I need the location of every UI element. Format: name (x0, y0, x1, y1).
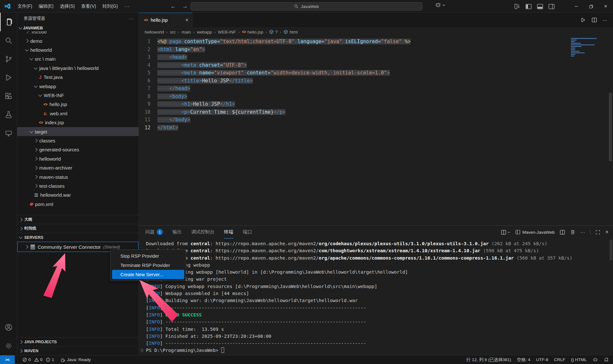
breadcrumb-item-src[interactable]: src (170, 30, 176, 34)
tree-item-classes[interactable]: classes (17, 136, 139, 145)
minimap[interactable] (571, 38, 598, 57)
breadcrumb-item-helloworld[interactable]: helloworld (145, 30, 164, 34)
remote-explorer-icon[interactable] (0, 124, 17, 142)
tree-item-helloworld[interactable]: helloworld (17, 154, 139, 163)
tree-item-hello-jsp[interactable]: <>hello.jsp (17, 100, 139, 109)
tree-item-demo[interactable]: demo (17, 36, 139, 45)
panel-tab-问题[interactable]: 问题1 (145, 226, 163, 239)
split-terminal-dropdown[interactable] (501, 230, 510, 235)
outline-section[interactable]: 大纲 (17, 215, 139, 224)
breadcrumb-item-item[interactable]: ? (269, 30, 278, 34)
restore-button[interactable] (584, 0, 598, 13)
run-button[interactable] (580, 17, 586, 23)
language-mode[interactable]: {} HTML (568, 357, 590, 362)
split-panel-icon[interactable] (560, 230, 565, 235)
breadcrumb-item-html[interactable]: html (284, 30, 298, 34)
code-line[interactable]: 5········<meta·name="viewport"·content="… (139, 69, 613, 77)
menu-item-编辑-e[interactable]: 编辑(E) (35, 2, 57, 11)
tree-item-java-littleyanlin-helloworld[interactable]: java \ littleyanlin \ helloworld (17, 64, 139, 72)
more-actions-icon[interactable]: ⋯ (603, 18, 607, 23)
source-control-icon[interactable] (0, 50, 17, 68)
menu-item-选择-s[interactable]: 选择(S) (57, 2, 78, 11)
menu-item-文件-f[interactable]: 文件(F) (14, 2, 35, 11)
menu-item-转到-g[interactable]: 转到(G) (99, 2, 121, 11)
tree-item-helloworld-war[interactable]: helloworld.war (17, 191, 139, 200)
menu-overflow-button[interactable]: ··· (121, 3, 133, 10)
tree-item-helloworld[interactable]: helloworld (17, 45, 139, 54)
menu-item-查看-v[interactable]: 查看(V) (78, 2, 99, 11)
code-line[interactable]: 9········<h1>Hello·JSP</h1> (139, 100, 613, 108)
problems-status[interactable]: 0 0 1 (19, 357, 57, 362)
code-line[interactable]: 11····</body> (139, 116, 613, 124)
maven-section[interactable]: MAVEN (17, 346, 139, 355)
tree-item-test-java[interactable]: JTest.java (17, 73, 139, 82)
code-line[interactable]: 10········<p>Current·Time:·${currentTime… (139, 108, 613, 116)
context-menu-item-terminate-rsp-provider[interactable]: Terminate RSP Provider (112, 261, 184, 270)
java-status[interactable]: Java: Ready (57, 355, 94, 364)
servers-section[interactable]: SERVERS (17, 233, 139, 242)
tree-item-webapp[interactable]: webapp (17, 82, 139, 91)
tree-item-target[interactable]: target (17, 127, 139, 136)
tree-item-pom-xml[interactable]: pom.xml (17, 200, 139, 209)
minimize-button[interactable] (569, 0, 584, 13)
testing-icon[interactable] (0, 105, 17, 124)
split-editor-icon[interactable] (592, 17, 597, 23)
cursor-position[interactable]: 行 12, 列 8 (已选择381) (464, 357, 514, 363)
back-button[interactable]: ← (170, 3, 176, 10)
tree-item-web-inf[interactable]: WEB-INF (17, 91, 139, 100)
code-line[interactable]: 12</html> (139, 124, 613, 132)
workspace-root-header[interactable]: JAVAWEB (17, 24, 139, 31)
panel-tab-终端[interactable]: 终端 (224, 226, 233, 239)
code-line[interactable]: 4········<meta·charset="UTF-8"> (139, 61, 613, 69)
notifications-bell[interactable] (601, 357, 613, 362)
extensions-icon[interactable] (0, 87, 17, 105)
toggle-secondary-sidebar-icon[interactable] (548, 3, 555, 10)
code-line[interactable]: 2<html·lang="en"> (139, 46, 613, 54)
tab-close-icon[interactable]: × (185, 17, 188, 23)
breadcrumb-item-webapp[interactable]: webapp (197, 30, 212, 34)
panel-tab-端口[interactable]: 端口 (243, 226, 252, 239)
toggle-primary-sidebar-icon[interactable] (525, 3, 532, 10)
sidebar-more-actions[interactable]: ··· (129, 16, 134, 21)
tree-item-generated-sources[interactable]: generated-sources (17, 145, 139, 154)
tab-hello-jsp[interactable]: <> hello.jsp × (139, 13, 193, 27)
explorer-icon[interactable] (0, 13, 17, 31)
forward-button[interactable]: → (182, 3, 188, 10)
close-button[interactable]: × (598, 0, 613, 13)
terminal-instance-select[interactable]: Maven-JavaWeb (515, 230, 555, 235)
copilot-menu-button[interactable] (435, 2, 445, 8)
settings-gear-icon[interactable] (0, 337, 17, 355)
terminal-output[interactable]: Downloaded from central: https://repo.ma… (139, 239, 613, 355)
close-panel-icon[interactable]: × (605, 229, 609, 235)
panel-tab-输出[interactable]: 输出 (172, 226, 182, 239)
code-line[interactable]: 6········<title>Hello·JSP</title> (139, 77, 613, 85)
copilot-status[interactable] (590, 357, 601, 362)
breadcrumb-item-hello-jsp[interactable]: <>hello.jsp (242, 30, 263, 34)
indentation[interactable]: 空格: 4 (514, 357, 533, 363)
command-center-search[interactable]: JavaWeb (191, 2, 422, 11)
breadcrumb-item-main[interactable]: main (182, 30, 191, 34)
context-menu-item-stop-rsp-provider[interactable]: Stop RSP Provider (112, 251, 184, 261)
tree-item-src-main[interactable]: src \ main (17, 55, 139, 64)
editor-scrollbar[interactable] (609, 93, 612, 161)
tree-item-web-xml[interactable]: web.xml (17, 109, 139, 118)
tree-item-test-classes[interactable]: test-classes (17, 181, 139, 190)
code-line[interactable]: 1<%@·page·contentType="text/html;charset… (139, 38, 613, 46)
code-line[interactable]: 3····<head> (139, 53, 613, 61)
timeline-section[interactable]: 时间线 (17, 224, 139, 233)
code-line[interactable]: 7····</head> (139, 85, 613, 93)
context-menu-item-create-new-server[interactable]: Create New Server... (112, 270, 184, 279)
terminal-scrollbar[interactable] (609, 240, 612, 260)
panel-tab-调试控制台[interactable]: 调试控制台 (191, 226, 215, 239)
tree-item-maven-archiver[interactable]: maven-archiver (17, 163, 139, 172)
code-line[interactable]: 8····<body> (139, 93, 613, 101)
encoding[interactable]: UTF-8 (533, 357, 551, 362)
tree-item-maven-status[interactable]: maven-status (17, 172, 139, 181)
search-sidebar-icon[interactable] (0, 31, 17, 50)
account-icon[interactable] (0, 318, 17, 337)
tree-item-index-jsp[interactable]: <>index.jsp (17, 118, 139, 127)
toggle-panel-icon[interactable] (537, 3, 543, 10)
customize-layout-icon[interactable] (514, 3, 520, 10)
run-debug-icon[interactable] (0, 68, 17, 87)
panel-more-actions[interactable]: ··· (580, 230, 585, 235)
